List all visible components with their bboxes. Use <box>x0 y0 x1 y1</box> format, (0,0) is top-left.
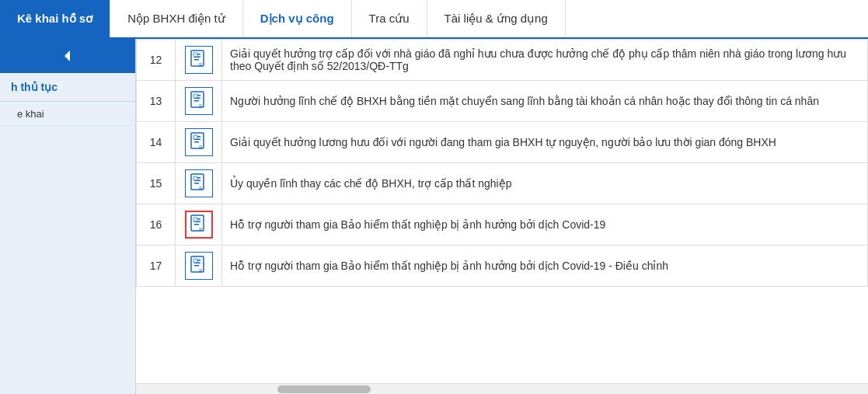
svg-rect-11 <box>193 94 197 98</box>
row-number-cell: 13 <box>137 81 176 122</box>
svg-rect-5 <box>193 53 197 57</box>
svg-rect-10 <box>194 100 199 102</box>
row-number-cell: 14 <box>137 122 176 163</box>
nav-item-dich-vu-cong[interactable]: Dịch vụ công <box>243 0 352 37</box>
chevron-left-icon <box>60 48 75 64</box>
document-icon[interactable]: ≡ <box>185 169 213 197</box>
scroll-thumb[interactable] <box>277 385 371 393</box>
row-icon-cell[interactable]: ≡ <box>176 81 222 122</box>
svg-rect-28 <box>194 224 199 225</box>
row-number-cell: 15 <box>137 163 176 204</box>
table-wrapper[interactable]: 12 ≡ Giải quyết hưởng trợ cấp đối với nh… <box>136 39 868 383</box>
svg-rect-34 <box>194 265 199 267</box>
table-row: 13 ≡ Người hưởng lĩnh chế độ BHXH bằng t… <box>137 81 868 122</box>
svg-text:≡: ≡ <box>199 144 203 151</box>
svg-rect-17 <box>193 135 197 139</box>
row-text-cell: Giải quyết hưởng trợ cấp đối với nhà giá… <box>222 40 868 81</box>
svg-rect-23 <box>193 176 197 180</box>
document-icon[interactable]: ≡ <box>185 87 213 115</box>
sidebar-item-khai[interactable]: e khai <box>0 102 135 127</box>
svg-text:≡: ≡ <box>199 61 203 68</box>
table-row: 17 ≡ Hỗ trợ người tham gia Bảo hiểm thất… <box>137 246 868 287</box>
sidebar-item-thu-tuc[interactable]: h thủ tục <box>0 73 135 102</box>
main-layout: h thủ tục e khai 12 ≡ Giải quyết hưởng t… <box>0 39 868 394</box>
svg-rect-22 <box>194 183 199 184</box>
nav-item-tra-cuu[interactable]: Tra cứu <box>352 0 427 37</box>
top-navigation: Kê khai hồ sơ Nộp BHXH điện tử Dịch vụ c… <box>0 0 868 39</box>
row-number-cell: 16 <box>137 204 176 246</box>
table-row: 15 ≡ Ủy quyền lĩnh thay các chế độ BHXH,… <box>137 163 868 204</box>
row-text-cell[interactable]: Hỗ trợ người tham gia Bảo hiểm thất nghi… <box>222 204 868 246</box>
document-icon[interactable]: ≡ <box>185 46 213 74</box>
row-text-cell: Hỗ trợ người tham gia Bảo hiểm thất nghi… <box>222 246 868 287</box>
row-icon-cell[interactable]: ≡ <box>176 163 222 204</box>
row-icon-cell[interactable]: ≡ <box>176 122 222 163</box>
nav-item-tai-lieu[interactable]: Tài liệu & ứng dụng <box>427 0 566 37</box>
sidebar-toggle-button[interactable] <box>0 39 135 73</box>
content-area: 12 ≡ Giải quyết hưởng trợ cấp đối với nh… <box>136 39 868 394</box>
table-row: 16 ≡ Hỗ trợ người tham gia Bảo hiểm thất… <box>137 204 868 246</box>
nav-item-nop-bhxh[interactable]: Nộp BHXH điện tử <box>110 0 243 37</box>
svg-rect-16 <box>194 141 199 143</box>
document-icon[interactable]: ≡ <box>185 252 213 280</box>
horizontal-scrollbar[interactable] <box>136 383 868 394</box>
row-text-cell: Giải quyết hưởng lương hưu đối với người… <box>222 122 868 163</box>
row-number-cell: 12 <box>137 40 176 81</box>
row-number-cell: 17 <box>137 246 176 287</box>
row-icon-cell[interactable]: ≡ <box>176 40 222 81</box>
row-text-cell: Ủy quyền lĩnh thay các chế độ BHXH, trợ … <box>222 163 868 204</box>
document-icon[interactable]: ≡ <box>185 128 213 156</box>
svg-rect-35 <box>193 259 197 263</box>
svg-text:≡: ≡ <box>199 267 203 274</box>
svg-text:≡: ≡ <box>199 226 203 233</box>
document-icon[interactable]: ≡ <box>185 211 213 239</box>
row-icon-cell[interactable]: ≡ <box>176 204 222 246</box>
svg-text:≡: ≡ <box>199 185 203 192</box>
table-row: 12 ≡ Giải quyết hưởng trợ cấp đối với nh… <box>137 40 868 81</box>
svg-rect-4 <box>194 59 199 61</box>
sidebar: h thủ tục e khai <box>0 39 136 394</box>
svg-rect-29 <box>193 218 197 221</box>
svg-text:≡: ≡ <box>199 103 203 110</box>
row-icon-cell[interactable]: ≡ <box>176 246 222 287</box>
row-text-cell: Người hưởng lĩnh chế độ BHXH bằng tiền m… <box>222 81 868 122</box>
procedures-table: 12 ≡ Giải quyết hưởng trợ cấp đối với nh… <box>136 39 868 287</box>
svg-marker-0 <box>64 51 70 61</box>
nav-item-ke-khai[interactable]: Kê khai hồ sơ <box>0 0 110 37</box>
table-row: 14 ≡ Giải quyết hưởng lương hưu đối với … <box>137 122 868 163</box>
